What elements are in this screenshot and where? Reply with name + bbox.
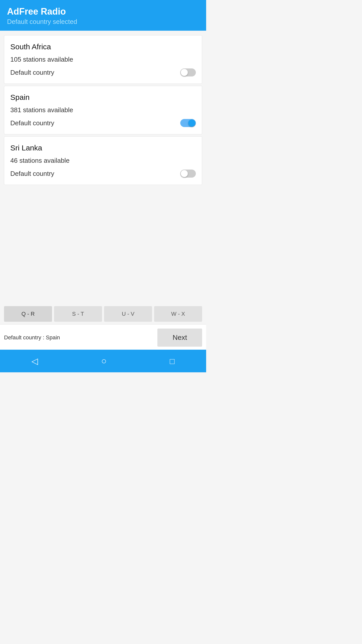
country-list: South Africa 105 stations available Defa… [0,31,206,304]
app-header: AdFree Radio Default country selected [0,0,206,31]
toggle-knob-sri-lanka [181,170,188,177]
country-card-south-africa: South Africa 105 stations available Defa… [4,35,202,84]
alpha-btn-qr[interactable]: Q - R [4,306,52,322]
toggle-knob-south-africa [181,69,188,76]
toggle-knob-spain [188,119,195,127]
default-label-sri-lanka: Default country [10,170,54,178]
country-card-sri-lanka: Sri Lanka 46 stations available Default … [4,136,202,185]
default-label-spain: Default country [10,119,54,127]
country-card-spain: Spain 381 stations available Default cou… [4,86,202,134]
country-name-south-africa: South Africa [10,43,196,51]
home-icon[interactable] [101,356,107,366]
stations-sri-lanka: 46 stations available [10,157,196,165]
default-label-south-africa: Default country [10,69,54,76]
stations-spain: 381 stations available [10,106,196,114]
status-prefix: Default country : [4,334,46,341]
next-button[interactable]: Next [157,329,202,347]
alpha-btn-wx[interactable]: W - X [154,306,202,322]
alpha-btn-uv[interactable]: U - V [104,306,152,322]
country-name-sri-lanka: Sri Lanka [10,144,196,152]
default-row-sri-lanka: Default country [10,170,196,178]
toggle-sri-lanka[interactable] [180,170,196,178]
toggle-spain[interactable] [180,119,196,127]
country-name-spain: Spain [10,93,196,102]
status-country: Spain [46,334,60,341]
system-nav-bar [0,350,206,372]
default-row-south-africa: Default country [10,68,196,76]
toggle-south-africa[interactable] [180,68,196,76]
back-icon[interactable] [31,356,38,366]
app-title: AdFree Radio [7,6,199,17]
alpha-btn-st[interactable]: S - T [54,306,102,322]
default-country-status: Default country : Spain [4,334,60,341]
bottom-bar: Default country : Spain Next [0,324,206,350]
recent-apps-icon[interactable] [170,356,174,366]
default-row-spain: Default country [10,119,196,127]
stations-south-africa: 105 stations available [10,56,196,63]
alphabet-navigation: Q - R S - T U - V W - X [0,304,206,324]
header-subtitle: Default country selected [7,18,199,26]
